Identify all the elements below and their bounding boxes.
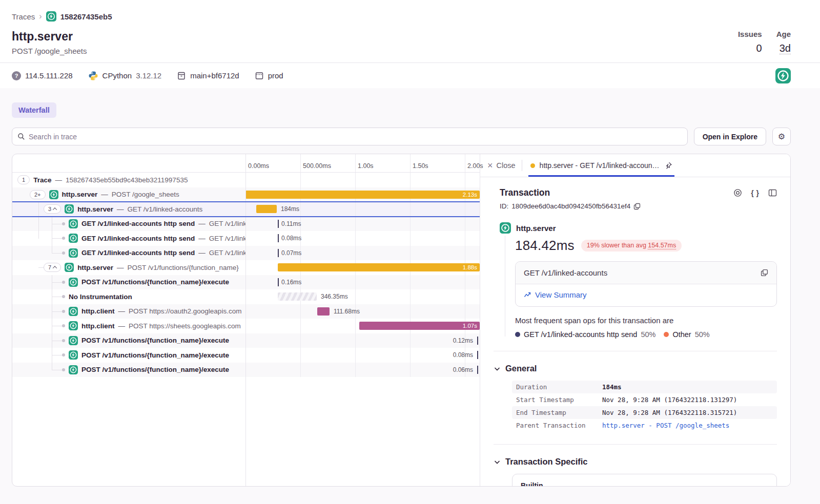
span-status-dot [530,163,535,168]
trace-indicator-icon[interactable] [775,68,791,83]
span-duration-tick[interactable] [477,366,478,374]
trace-row[interactable]: GET /v1/linked-accounts http send—GET /v… [12,246,480,261]
span-duration-tick[interactable] [278,220,279,228]
axis-tick-label: 1.00s [358,162,374,170]
trace-row[interactable]: POST /v1/functions/{function_name}/execu… [12,348,480,363]
span-bolt-icon [49,190,58,199]
span-bolt-icon [69,350,78,360]
trace-row[interactable]: No Instrumentation346.35ms [12,289,480,304]
children-count-pill[interactable]: 2+ [30,190,46,199]
leaf-dot [62,295,65,298]
span-duration-bar[interactable]: 2.13s [245,191,480,199]
span-tree-cell: POST /v1/functions/{function_name}/execu… [12,348,245,363]
span-duration-tick[interactable] [278,234,279,242]
settings-button[interactable]: ⚙ [772,128,791,145]
span-description: POST https://oauth2.googleapis.com [129,307,241,315]
trace-row[interactable]: 1Trace—158267435eb55bd9c43beb3211997535 [12,173,480,187]
view-summary-link[interactable]: View Summary [524,290,587,299]
trace-row[interactable]: 7http.server—POST /v1/functions/{functio… [12,260,480,275]
span-op-label: http.server [77,264,113,271]
span-bolt-icon [69,336,78,345]
trace-row[interactable]: POST /v1/functions/{function_name}/execu… [12,333,480,348]
chevron-up-icon [53,207,57,212]
span-op-label: http.server [62,191,98,198]
tab-waterfall[interactable]: Waterfall [12,102,56,118]
drawer-tab[interactable]: http.server - GET /v1/linked-accoun… [528,154,674,177]
breadcrumb-trace-id: 158267435eb5 [60,12,112,21]
children-count-pill[interactable]: 7 [44,263,61,272]
general-section-header[interactable]: General [494,364,777,373]
span-tree-cell: 2+http.server—POST /google_sheets [12,187,245,202]
tree-chart-divider[interactable] [245,154,246,486]
span-bolt-icon [69,219,78,228]
span-tree-cell: 1Trace—158267435eb55bd9c43beb3211997535 [12,173,245,187]
age-stat: Age 3d [776,30,791,54]
ip-meta: ? 114.5.111.228 [12,71,73,80]
leaf-dot [62,324,65,327]
legend-item: GET /v1/linked-accounts http send 50% [515,330,655,339]
axis-tick-label: 500.00ms [303,162,331,170]
span-details-drawer: × Close http.server - GET /v1/linked-acc… [480,154,790,486]
span-duration-bar[interactable]: 1.88s [278,263,480,271]
leaf-dot [62,310,65,313]
span-op-label: POST /v1/functions/{function_name}/execu… [81,366,229,373]
search-input[interactable] [12,128,688,145]
span-tree-cell: 3http.server—GET /v1/linked-accounts [12,202,245,217]
drawer-body: Transaction { } [480,177,790,486]
span-tree-cell: http.client—POST https://oauth2.googleap… [12,304,245,319]
issues-label: Issues [738,30,762,38]
trace-row[interactable]: GET /v1/linked-accounts http send—GET /v… [12,231,480,246]
span-duration-label: 0.06ms [453,366,473,373]
waterfall-rows: 1Trace—158267435eb55bd9c43beb32119975352… [12,173,480,377]
focus-icon[interactable] [733,188,742,197]
span-duration-tick[interactable] [278,249,279,257]
copy-description-icon[interactable] [761,269,768,277]
span-duration-bar[interactable]: 1.07s [359,322,480,330]
chevron-down-icon [494,365,501,372]
span-duration-bar[interactable] [256,205,277,213]
span-duration-label: 346.35ms [321,293,348,300]
span-op-label: POST /v1/functions/{function_name}/execu… [81,351,229,359]
children-count-pill[interactable]: 3 [44,204,61,214]
python-icon [88,71,98,81]
parent-transaction-link[interactable]: http.server - POST /google_sheets [602,422,773,429]
trace-row[interactable]: GET /v1/linked-accounts http send—GET /v… [12,217,480,232]
transaction-specific-header[interactable]: Transaction Specific [494,457,777,467]
span-tree-cell: POST /v1/functions/{function_name}/execu… [12,363,245,377]
span-tree-cell: No Instrumentation [12,289,245,304]
general-table: Duration 184ms Start Timestamp Nov 28, 9… [512,381,777,432]
transaction-summary: http.server 184.42ms 19% slower than avg… [500,222,777,339]
legend-item: Other 50% [664,330,709,339]
span-duration-bar[interactable] [278,292,317,301]
copy-icon[interactable] [633,203,641,210]
span-duration-bar[interactable] [317,307,330,316]
trace-view-main: Waterfall Open in Explore ⚙ 0.00ms500.00… [0,88,820,504]
span-duration-label: 0.11ms [281,220,301,227]
window-icon [255,71,264,80]
page-subtitle: POST /google_sheets [12,47,87,55]
span-op-label: GET /v1/linked-accounts http send [81,220,195,227]
span-duration-tick[interactable] [477,337,478,345]
trace-row[interactable]: http.client—POST https://sheets.googleap… [12,319,480,333]
span-tree-cell: GET /v1/linked-accounts http send—GET /v… [12,217,245,232]
trace-row[interactable]: POST /v1/functions/{function_name}/execu… [12,275,480,290]
trace-row[interactable]: http.client—POST https://oauth2.googleap… [12,304,480,319]
breadcrumb-traces-link[interactable]: Traces [12,12,35,21]
label-separator: — [198,249,206,257]
span-duration-tick[interactable] [477,351,478,359]
json-icon[interactable]: { } [751,189,760,197]
children-count-pill[interactable]: 1 [17,175,30,184]
close-drawer-button[interactable]: × Close [487,161,516,170]
close-icon: × [487,161,493,170]
pin-icon[interactable] [664,161,672,170]
layout-panel-icon[interactable] [768,188,777,197]
open-in-explore-button[interactable]: Open in Explore [694,128,766,145]
span-tree-cell: 7http.server—POST /v1/functions/{functio… [12,260,245,275]
trace-row[interactable]: POST /v1/functions/{function_name}/execu… [12,363,480,377]
span-duration-label: 0.08ms [453,351,473,359]
trace-row[interactable]: 3http.server—GET /v1/linked-accounts184m… [12,202,480,217]
trace-row[interactable]: 2+http.server—POST /google_sheets2.13s [12,187,480,202]
transaction-op: http.server [516,224,556,233]
span-duration-tick[interactable] [278,278,279,286]
axis-tick-label: 1.50s [413,162,428,170]
